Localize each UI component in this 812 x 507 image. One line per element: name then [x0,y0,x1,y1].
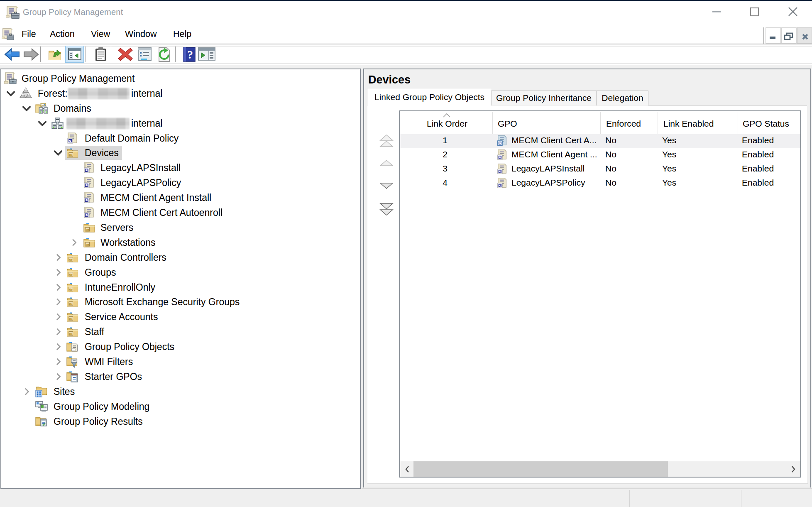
svg-text:?: ? [187,48,193,61]
